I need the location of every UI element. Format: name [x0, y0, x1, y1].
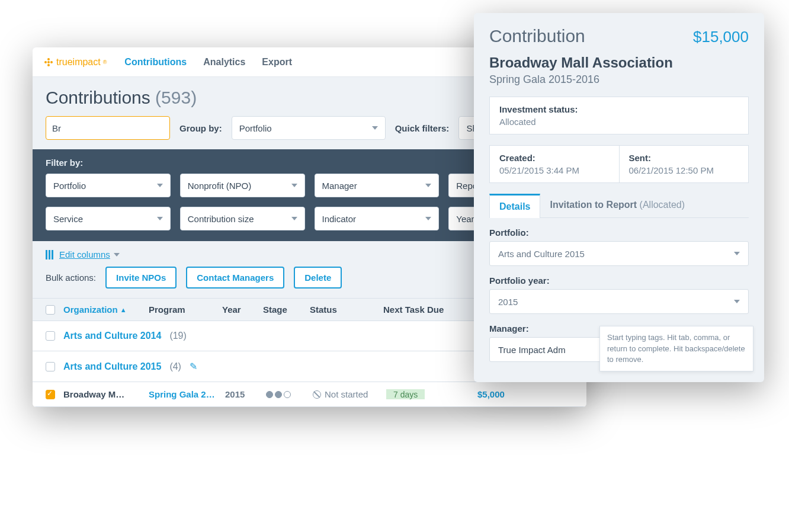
chevron-down-icon	[157, 217, 163, 220]
group-by-label: Group by:	[179, 123, 222, 133]
investment-status-box: Investment status: Allocated	[489, 97, 749, 134]
portfolio-field: Portfolio: Arts and Culture 2015	[489, 227, 749, 266]
column-next-task[interactable]: Next Task Due	[383, 305, 466, 315]
cell-year: 2015	[225, 389, 258, 399]
filter-service[interactable]: Service	[46, 207, 171, 230]
nav-tab-contributions[interactable]: Contributions	[124, 57, 187, 68]
filter-npo[interactable]: Nonprofit (NPO)	[180, 174, 305, 197]
created-value: 05/21/2015 3:44 PM	[499, 165, 610, 175]
chevron-down-icon	[734, 252, 740, 255]
brand-logo[interactable]: trueimpact®	[43, 57, 107, 68]
invite-npos-button[interactable]: Invite NPOs	[105, 267, 177, 289]
bulk-actions-label: Bulk actions:	[46, 273, 96, 283]
filter-manager[interactable]: Manager	[315, 174, 440, 197]
detail-panel: Contribution $15,000 Broadway Mall Assoc…	[474, 13, 764, 382]
created-label: Created:	[499, 153, 610, 163]
panel-subtitle: Spring Gala 2015-2016	[489, 73, 749, 86]
cell-stage	[266, 391, 304, 398]
group-checkbox[interactable]	[46, 362, 55, 371]
tab-invitation[interactable]: Invitation to Report (Allocated)	[540, 194, 694, 217]
chevron-down-icon	[372, 126, 378, 130]
due-badge: 7 days	[386, 389, 425, 399]
cell-program[interactable]: Spring Gala 201…	[149, 389, 217, 399]
panel-tabs: Details Invitation to Report (Allocated)	[489, 194, 749, 218]
search-input[interactable]	[46, 116, 170, 140]
search-field[interactable]	[52, 123, 165, 133]
sent-label: Sent:	[629, 153, 739, 163]
chevron-down-icon	[425, 184, 431, 187]
sort-asc-icon: ▲	[120, 306, 127, 313]
group-checkbox[interactable]	[46, 331, 55, 341]
chevron-down-icon	[114, 253, 120, 257]
cell-next-task: 7 days	[386, 389, 469, 399]
group-name[interactable]: Arts and Culture 2015	[63, 361, 161, 372]
page-count: (593)	[155, 88, 197, 107]
nav-tab-export[interactable]: Export	[262, 57, 292, 68]
chevron-down-icon	[291, 184, 297, 187]
cell-status: Not started	[313, 389, 378, 399]
stage-dot-icon	[275, 391, 282, 398]
tags-tooltip: Start typing tags. Hit tab, comma, or re…	[599, 326, 753, 371]
panel-amount: $15,000	[693, 28, 749, 46]
group-count: (4)	[169, 361, 181, 372]
contact-managers-button[interactable]: Contact Managers	[186, 267, 284, 289]
edit-columns-link[interactable]: Edit columns	[59, 249, 120, 259]
stage-dot-icon	[266, 391, 273, 398]
portfolio-select[interactable]: Arts and Culture 2015	[489, 241, 749, 266]
nav-tab-analytics[interactable]: Analytics	[203, 57, 245, 68]
cell-organization: Broadway M…	[63, 389, 140, 399]
edit-icon[interactable]: ✎	[190, 361, 197, 372]
filter-size[interactable]: Contribution size	[180, 207, 305, 230]
portfolio-year-label: Portfolio year:	[489, 275, 749, 286]
chevron-down-icon	[291, 217, 297, 220]
brand-name: trueimpact	[56, 57, 101, 68]
filter-portfolio[interactable]: Portfolio	[46, 174, 171, 197]
cell-contribution: $5,000	[477, 389, 573, 399]
sent-value: 06/21/2015 12:50 PM	[629, 165, 739, 175]
column-year[interactable]: Year	[222, 305, 255, 315]
chevron-down-icon	[157, 184, 163, 187]
filter-indicator[interactable]: Indicator	[315, 207, 440, 230]
portfolio-year-select[interactable]: 2015	[489, 289, 749, 314]
select-all-checkbox[interactable]	[46, 305, 55, 315]
created-box: Created: 05/21/2015 3:44 PM	[489, 145, 620, 183]
group-by-value: Portfolio	[239, 123, 272, 133]
status-label: Investment status:	[499, 104, 739, 114]
columns-icon	[46, 250, 53, 259]
not-started-icon	[313, 390, 321, 399]
portfolio-year-field: Portfolio year: 2015	[489, 275, 749, 314]
panel-org-name: Broadway Mall Association	[489, 55, 749, 71]
row-checkbox[interactable]	[46, 390, 55, 399]
group-count: (19)	[169, 331, 186, 341]
quick-filters-label: Quick filters:	[395, 123, 450, 133]
group-by-select[interactable]: Portfolio	[232, 116, 386, 140]
chevron-down-icon	[425, 217, 431, 220]
status-value: Allocated	[499, 117, 739, 127]
tab-details[interactable]: Details	[489, 194, 540, 218]
group-name[interactable]: Arts and Culture 2014	[63, 331, 161, 341]
column-program[interactable]: Program	[149, 305, 214, 315]
column-stage[interactable]: Stage	[263, 305, 302, 315]
page-title: Contributions	[46, 88, 150, 107]
logo-icon	[43, 57, 54, 68]
panel-title: Contribution	[489, 26, 585, 46]
portfolio-label: Portfolio:	[489, 227, 749, 238]
sent-box: Sent: 06/21/2015 12:50 PM	[620, 145, 749, 183]
column-status[interactable]: Status	[310, 305, 375, 315]
column-organization[interactable]: Organization ▲	[63, 305, 140, 315]
chevron-down-icon	[734, 300, 740, 303]
table-row[interactable]: Broadway M… Spring Gala 201… 2015 Not st…	[33, 382, 586, 407]
stage-dot-icon	[284, 391, 291, 398]
delete-button[interactable]: Delete	[294, 267, 342, 289]
